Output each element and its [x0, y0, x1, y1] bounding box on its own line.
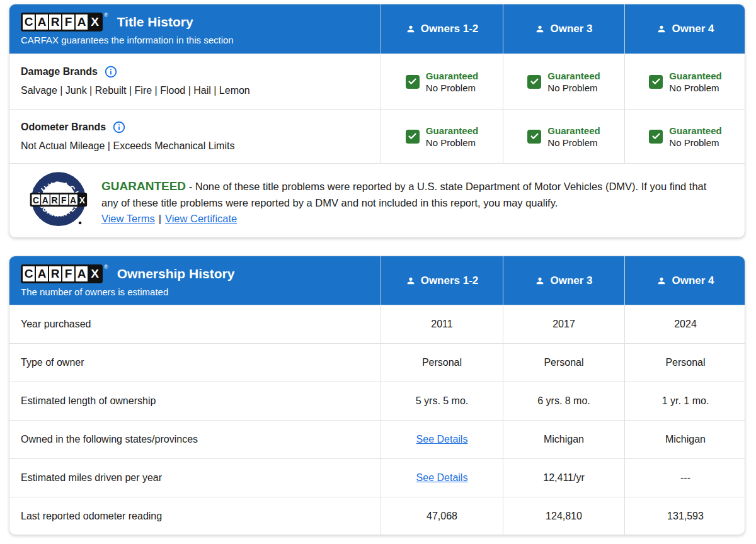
title-history-card: C A R F A X ® Title History CARFAX guara…: [9, 4, 745, 238]
row-label: Last reported odometer reading: [9, 497, 381, 535]
column-header-label: Owner 4: [672, 275, 714, 287]
carfax-logo: C A R F A X: [21, 13, 103, 31]
carfax-logo-letter: A: [36, 14, 48, 30]
no-problem-label: No Problem: [669, 137, 721, 149]
registered-trademark: ®: [104, 264, 108, 270]
green-check-icon: [527, 75, 541, 89]
odometer-reading-owners-1-2: 47,068: [381, 497, 503, 535]
see-details-link[interactable]: See Details: [416, 472, 468, 484]
carfax-logo-letter-x: X: [89, 14, 101, 30]
year-purchased-row: Year purchased 2011 2017 2024: [9, 305, 745, 343]
view-terms-link[interactable]: View Terms: [101, 213, 155, 224]
info-icon[interactable]: [112, 120, 126, 134]
no-problem-label: No Problem: [547, 137, 600, 149]
registered-trademark: ®: [104, 13, 108, 18]
section-subtitle: CARFAX guarantees the information in thi…: [21, 35, 234, 45]
column-header-label: Owners 1-2: [421, 275, 479, 287]
see-details-link[interactable]: See Details: [416, 434, 468, 445]
ownership-length-owner-4: 1 yr. 1 mo.: [624, 382, 745, 420]
damage-guaranteed-cell-owner-3: Guaranteed No Problem: [503, 54, 624, 109]
ownership-history-card: C A R F A X ® Ownership History The numb…: [9, 256, 745, 535]
svg-text:R: R: [51, 195, 57, 205]
row-label: Odometer Brands: [21, 122, 106, 133]
damage-brands-label-cell: Damage Brands Salvage | Junk | Rebuilt |…: [9, 54, 381, 109]
column-header-label: Owners 1-2: [421, 23, 479, 35]
guaranteed-label: Guaranteed: [426, 125, 478, 137]
person-icon: [406, 24, 416, 34]
carfax-logo-letter: A: [76, 266, 88, 281]
info-icon[interactable]: [104, 65, 118, 79]
column-header-owner-4: Owner 4: [624, 256, 745, 305]
type-of-owner-row: Type of owner Personal Personal Personal: [9, 343, 745, 382]
column-header-owners-1-2: Owners 1-2: [381, 4, 503, 54]
guaranteed-label: Guaranteed: [547, 125, 600, 137]
no-problem-label: No Problem: [547, 82, 600, 94]
carfax-buyback-guarantee-badge: BUYBACK GUARANTEE C A R F A: [26, 170, 90, 233]
view-certificate-link[interactable]: View Certificate: [165, 213, 237, 224]
odometer-reading-row: Last reported odometer reading 47,068 12…: [9, 497, 745, 535]
column-header-label: Owner 3: [550, 275, 592, 287]
type-of-owner-owner-3: Personal: [503, 344, 624, 382]
link-separator: |: [159, 213, 161, 224]
guaranteed-label: Guaranteed: [547, 70, 600, 82]
year-purchased-owner-4: 2024: [624, 305, 745, 343]
guaranteed-label: Guaranteed: [426, 70, 478, 82]
svg-text:C: C: [33, 195, 39, 205]
no-problem-label: No Problem: [669, 82, 721, 94]
section-title: Ownership History: [117, 264, 235, 283]
green-check-icon: [649, 75, 663, 89]
miles-per-year-owner-4: ---: [624, 459, 745, 497]
odometer-guaranteed-cell-owner-3: Guaranteed No Problem: [503, 110, 624, 163]
year-purchased-owners-1-2: 2011: [381, 305, 503, 343]
guaranteed-heading: GUARANTEED: [101, 179, 186, 193]
column-header-owner-3: Owner 3: [503, 256, 624, 305]
states-owned-row: Owned in the following states/provinces …: [9, 420, 745, 458]
title-history-header-left: C A R F A X ® Title History CARFAX guara…: [9, 4, 381, 54]
row-label: Estimated length of ownership: [9, 382, 381, 420]
row-sublabel: Salvage | Junk | Rebuilt | Fire | Flood …: [21, 85, 368, 96]
guarantee-text-block: GUARANTEED - None of these title problem…: [101, 178, 719, 225]
damage-guaranteed-cell-owner-4: Guaranteed No Problem: [624, 54, 745, 109]
guaranteed-label: Guaranteed: [669, 125, 721, 137]
carfax-logo-letter: C: [23, 14, 35, 30]
odometer-reading-owner-4: 131,593: [624, 497, 745, 535]
type-of-owner-owner-4: Personal: [624, 344, 745, 382]
column-header-owner-3: Owner 3: [503, 4, 624, 54]
person-icon: [656, 276, 667, 286]
year-purchased-owner-3: 2017: [503, 305, 624, 343]
title-history-header: C A R F A X ® Title History CARFAX guara…: [9, 4, 745, 54]
person-icon: [406, 276, 416, 286]
row-label: Damage Brands: [21, 66, 98, 77]
carfax-logo-letter: R: [49, 266, 61, 281]
ownership-length-owners-1-2: 5 yrs. 5 mo.: [381, 382, 503, 420]
column-header-owner-4: Owner 4: [624, 4, 745, 54]
guaranteed-label: Guaranteed: [669, 70, 721, 82]
miles-per-year-owner-3: 12,411/yr: [503, 459, 624, 497]
carfax-logo-letter: A: [76, 14, 88, 30]
ownership-length-row: Estimated length of ownership 5 yrs. 5 m…: [9, 382, 745, 420]
states-owned-owner-3: Michigan: [503, 421, 624, 458]
green-check-icon: [527, 130, 541, 144]
no-problem-label: No Problem: [426, 82, 478, 94]
ownership-history-header-left: C A R F A X ® Ownership History The numb…: [9, 256, 381, 305]
carfax-logo-letter-x: X: [89, 266, 101, 281]
carfax-logo-letter: C: [23, 266, 35, 281]
odometer-brands-row: Odometer Brands Not Actual Mileage | Exc…: [9, 109, 745, 163]
row-label: Owned in the following states/provinces: [9, 421, 381, 458]
row-label: Type of owner: [9, 344, 381, 382]
row-label: Estimated miles driven per year: [9, 459, 381, 497]
person-icon: [535, 24, 545, 34]
person-icon: [535, 276, 545, 286]
row-sublabel: Not Actual Mileage | Exceeds Mechanical …: [21, 140, 368, 152]
no-problem-label: No Problem: [426, 137, 478, 149]
green-check-icon: [649, 130, 663, 144]
damage-guaranteed-cell-owners-1-2: Guaranteed No Problem: [381, 54, 503, 109]
ownership-length-owner-3: 6 yrs. 8 mo.: [503, 382, 624, 420]
column-header-label: Owner 4: [672, 23, 714, 35]
guarantee-body-text: - None of these title problems were repo…: [101, 181, 706, 208]
type-of-owner-owners-1-2: Personal: [381, 344, 503, 382]
states-owned-owner-4: Michigan: [624, 421, 745, 458]
carfax-logo-letter: F: [62, 266, 74, 281]
buyback-guarantee-row: BUYBACK GUARANTEE C A R F A: [9, 163, 745, 238]
odometer-reading-owner-3: 124,810: [503, 497, 624, 535]
